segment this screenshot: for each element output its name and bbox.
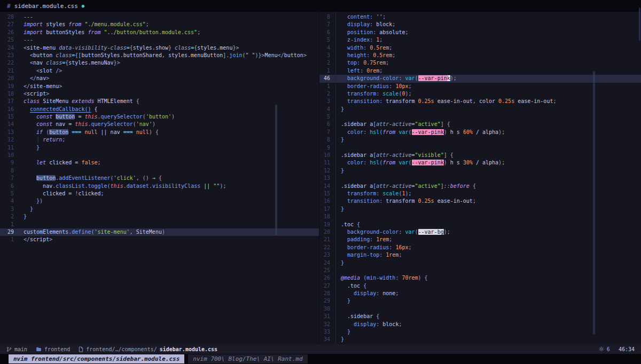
token: ( — [408, 129, 411, 135]
line-number: 4 — [0, 197, 14, 205]
line-number: 20 — [319, 228, 330, 236]
token: nav — [107, 129, 123, 135]
code-line: 5 clicked = !clicked; — [0, 190, 319, 197]
token: nav — [52, 121, 68, 127]
token — [341, 244, 347, 250]
token: "./menu.module.css" — [81, 21, 145, 27]
token: from — [68, 21, 81, 27]
token: styles — [43, 21, 68, 27]
token: ; — [62, 137, 65, 143]
code-line: 22 <nav class={styles.menuNav}> — [0, 59, 319, 67]
token: ( — [408, 160, 411, 165]
line-number: 31 — [319, 313, 330, 320]
line-number: 14 — [0, 121, 14, 128]
filepath-segment: frontend/…/components/sidebar.module.css — [79, 346, 217, 352]
token: '' — [376, 14, 382, 20]
token: ; — [101, 191, 104, 196]
token: buttonStyles — [43, 29, 88, 35]
token: : — [376, 290, 382, 296]
line-number: 27 — [319, 282, 330, 290]
token: top — [347, 60, 357, 66]
line-number: 17 — [319, 205, 330, 213]
line-number: 28 — [319, 290, 330, 297]
line-number: 8 — [0, 167, 14, 175]
token — [341, 21, 347, 27]
token: script — [27, 91, 46, 97]
line-number: 16 — [0, 106, 14, 113]
token: > — [49, 236, 52, 242]
token: null — [84, 129, 97, 135]
line-number: 19 — [0, 83, 14, 90]
left-pane-scrollbar-thumb[interactable] — [275, 105, 277, 235]
token: </ — [24, 83, 30, 89]
token: ) — [171, 114, 175, 120]
token: hsl — [370, 129, 379, 135]
left-editor-pane[interactable]: 28---27import styles from "./menu.module… — [0, 12, 319, 344]
token — [341, 60, 347, 66]
token: } — [24, 206, 33, 212]
token — [341, 29, 347, 35]
token: "visible" — [415, 152, 444, 158]
tmux-window-tab-active[interactable]: nvim frontend/src/components/sidebar.mod… — [9, 354, 184, 363]
token: 30% — [463, 160, 473, 165]
token: ; — [197, 29, 200, 35]
line-number: 24 — [319, 259, 330, 267]
edge-scrollbar-thumb[interactable] — [639, 7, 640, 41]
line-number: 13 — [319, 175, 330, 182]
token: from — [382, 129, 395, 135]
token: ( — [415, 229, 418, 235]
buffer-tabline: # sidebar.module.css ● — [0, 0, 641, 12]
token — [24, 137, 36, 143]
code-line: 16 connectedCallback() { — [0, 106, 319, 113]
token: : — [379, 98, 386, 104]
token: 0.25s — [498, 98, 514, 104]
line-number: 5 — [319, 36, 330, 44]
tmux-window-tab-inactive[interactable]: nvim 700\ Blog/The\ AI\ Rant.md — [188, 354, 307, 363]
token: }) — [24, 198, 43, 204]
token — [341, 252, 347, 258]
token: ; — [392, 52, 395, 58]
token — [341, 75, 347, 81]
token: class — [43, 60, 62, 66]
token: button — [56, 114, 75, 120]
line-number: 18 — [319, 213, 330, 220]
project-name: frontend — [44, 346, 70, 352]
token: addEventListener — [59, 175, 110, 181]
branch-name: main — [14, 346, 27, 352]
token: < — [24, 68, 40, 74]
line-number: 2 — [0, 213, 14, 220]
code-line: 26import buttonStyles from "../button/bu… — [0, 29, 319, 36]
token: const — [24, 114, 52, 120]
line-number: 7 — [0, 175, 14, 182]
token: : — [379, 252, 386, 258]
token: : — [366, 52, 373, 58]
project-segment: frontend — [36, 346, 70, 352]
token: "" — [213, 183, 220, 189]
token: ] { — [444, 152, 454, 158]
token: } — [341, 298, 350, 304]
token: { — [91, 106, 97, 112]
token: transform — [347, 91, 376, 97]
token: SiteMenu — [40, 98, 72, 104]
right-pane-scrollbar-thumb[interactable] — [593, 71, 595, 335]
token: margin-top — [347, 252, 379, 258]
line-number: 11 — [319, 159, 330, 167]
token: border-radius — [347, 83, 389, 89]
token: ) — [162, 229, 165, 235]
line-number: 3 — [0, 205, 14, 213]
token: ; — [408, 244, 411, 250]
token: styles.menuButton — [168, 52, 223, 58]
token: { — [376, 313, 379, 319]
token: content — [347, 14, 370, 20]
token: buttonStyles.buttonShared — [81, 52, 162, 58]
token — [341, 290, 354, 296]
token: ; — [146, 21, 149, 27]
token: ; — [398, 321, 402, 327]
token: background-color — [347, 75, 398, 81]
token: ; — [379, 68, 382, 74]
token — [341, 45, 347, 51]
code-line: 2 top: 0.75rem; — [319, 59, 641, 67]
token: scale — [382, 191, 398, 196]
token: </ — [278, 52, 284, 58]
token: 1rem — [386, 252, 398, 258]
